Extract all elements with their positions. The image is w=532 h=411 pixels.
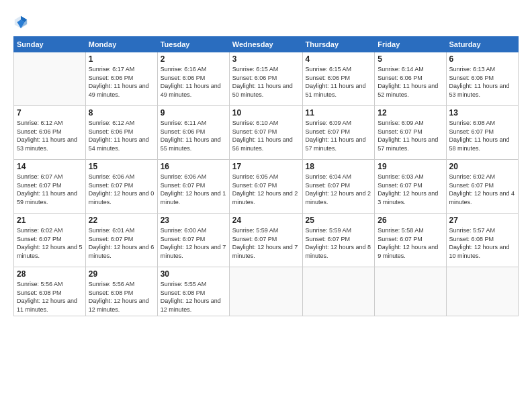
calendar-cell: 6Sunrise: 6:13 AM Sunset: 6:06 PM Daylig…	[446, 52, 518, 106]
calendar-cell: 13Sunrise: 6:08 AM Sunset: 6:07 PM Dayli…	[446, 106, 518, 160]
calendar-cell: 24Sunrise: 5:59 AM Sunset: 6:07 PM Dayli…	[229, 214, 302, 267]
day-info: Sunrise: 6:16 AM Sunset: 6:06 PM Dayligh…	[161, 65, 226, 99]
day-info: Sunrise: 6:08 AM Sunset: 6:07 PM Dayligh…	[449, 119, 515, 152]
calendar-cell: 25Sunrise: 5:59 AM Sunset: 6:07 PM Dayli…	[302, 214, 375, 267]
day-number: 12	[378, 108, 443, 118]
day-number: 3	[232, 54, 300, 64]
calendar-cell	[375, 267, 446, 316]
calendar-cell: 19Sunrise: 6:03 AM Sunset: 6:07 PM Dayli…	[375, 160, 446, 214]
day-number: 16	[161, 162, 226, 171]
calendar-cell: 14Sunrise: 6:07 AM Sunset: 6:07 PM Dayli…	[14, 160, 86, 214]
day-number: 25	[306, 216, 372, 225]
calendar-cell: 23Sunrise: 6:00 AM Sunset: 6:07 PM Dayli…	[157, 214, 229, 267]
weekday-header: Monday	[85, 37, 157, 52]
day-number: 13	[449, 108, 515, 118]
calendar-cell: 5Sunrise: 6:14 AM Sunset: 6:06 PM Daylig…	[375, 52, 446, 106]
day-info: Sunrise: 5:58 AM Sunset: 6:07 PM Dayligh…	[378, 226, 443, 260]
calendar-cell	[446, 267, 518, 316]
day-number: 28	[17, 269, 83, 279]
day-info: Sunrise: 6:04 AM Sunset: 6:07 PM Dayligh…	[306, 173, 372, 206]
day-info: Sunrise: 5:59 AM Sunset: 6:07 PM Dayligh…	[306, 226, 372, 260]
day-number: 17	[232, 162, 300, 171]
weekday-header: Wednesday	[229, 37, 302, 52]
day-info: Sunrise: 6:01 AM Sunset: 6:07 PM Dayligh…	[89, 226, 154, 260]
day-number: 1	[89, 54, 154, 64]
day-info: Sunrise: 6:12 AM Sunset: 6:06 PM Dayligh…	[89, 119, 154, 152]
day-number: 8	[89, 108, 154, 118]
day-number: 4	[306, 54, 372, 64]
calendar-cell: 21Sunrise: 6:02 AM Sunset: 6:07 PM Dayli…	[14, 214, 86, 267]
day-info: Sunrise: 5:56 AM Sunset: 6:08 PM Dayligh…	[17, 280, 83, 314]
calendar-cell: 17Sunrise: 6:05 AM Sunset: 6:07 PM Dayli…	[229, 160, 302, 214]
day-number: 26	[378, 216, 443, 225]
day-info: Sunrise: 6:06 AM Sunset: 6:07 PM Dayligh…	[161, 173, 226, 206]
day-number: 22	[89, 216, 154, 225]
day-number: 2	[161, 54, 226, 64]
calendar-cell: 15Sunrise: 6:06 AM Sunset: 6:07 PM Dayli…	[85, 160, 157, 214]
weekday-header: Sunday	[14, 37, 86, 52]
day-info: Sunrise: 6:06 AM Sunset: 6:07 PM Dayligh…	[89, 173, 154, 206]
logo-icon	[13, 15, 28, 30]
calendar-cell: 11Sunrise: 6:09 AM Sunset: 6:07 PM Dayli…	[302, 106, 375, 160]
day-number: 7	[17, 108, 83, 118]
day-info: Sunrise: 6:17 AM Sunset: 6:06 PM Dayligh…	[89, 65, 154, 99]
calendar-cell: 8Sunrise: 6:12 AM Sunset: 6:06 PM Daylig…	[85, 106, 157, 160]
day-info: Sunrise: 5:59 AM Sunset: 6:07 PM Dayligh…	[232, 226, 300, 260]
day-info: Sunrise: 6:12 AM Sunset: 6:06 PM Dayligh…	[17, 119, 83, 152]
calendar-cell: 28Sunrise: 5:56 AM Sunset: 6:08 PM Dayli…	[14, 267, 86, 316]
weekday-header: Saturday	[446, 37, 518, 52]
day-number: 5	[378, 54, 443, 64]
day-info: Sunrise: 6:11 AM Sunset: 6:06 PM Dayligh…	[161, 119, 226, 152]
day-info: Sunrise: 5:57 AM Sunset: 6:08 PM Dayligh…	[449, 226, 515, 260]
calendar-cell: 9Sunrise: 6:11 AM Sunset: 6:06 PM Daylig…	[157, 106, 229, 160]
day-info: Sunrise: 6:09 AM Sunset: 6:07 PM Dayligh…	[306, 119, 372, 152]
day-info: Sunrise: 6:14 AM Sunset: 6:06 PM Dayligh…	[378, 65, 443, 99]
calendar-week-row: 7Sunrise: 6:12 AM Sunset: 6:06 PM Daylig…	[14, 106, 519, 160]
day-info: Sunrise: 6:09 AM Sunset: 6:07 PM Dayligh…	[378, 119, 443, 152]
calendar-cell: 30Sunrise: 5:55 AM Sunset: 6:08 PM Dayli…	[157, 267, 229, 316]
day-info: Sunrise: 6:15 AM Sunset: 6:06 PM Dayligh…	[306, 65, 372, 99]
page: SundayMondayTuesdayWednesdayThursdayFrid…	[0, 0, 532, 411]
header	[13, 12, 519, 30]
logo	[13, 12, 31, 30]
day-number: 11	[306, 108, 372, 118]
day-info: Sunrise: 6:02 AM Sunset: 6:07 PM Dayligh…	[449, 173, 515, 206]
day-info: Sunrise: 6:13 AM Sunset: 6:06 PM Dayligh…	[449, 65, 515, 99]
day-number: 24	[232, 216, 300, 225]
day-info: Sunrise: 6:03 AM Sunset: 6:07 PM Dayligh…	[378, 173, 443, 206]
day-info: Sunrise: 6:10 AM Sunset: 6:07 PM Dayligh…	[232, 119, 300, 152]
day-number: 14	[17, 162, 83, 171]
day-number: 10	[232, 108, 300, 118]
day-number: 15	[89, 162, 154, 171]
day-number: 18	[306, 162, 372, 171]
day-info: Sunrise: 6:00 AM Sunset: 6:07 PM Dayligh…	[161, 226, 226, 260]
calendar-cell: 27Sunrise: 5:57 AM Sunset: 6:08 PM Dayli…	[446, 214, 518, 267]
day-number: 20	[449, 162, 515, 171]
calendar-cell: 12Sunrise: 6:09 AM Sunset: 6:07 PM Dayli…	[375, 106, 446, 160]
calendar-cell	[14, 52, 86, 106]
weekday-header: Tuesday	[157, 37, 229, 52]
day-info: Sunrise: 6:07 AM Sunset: 6:07 PM Dayligh…	[17, 173, 83, 206]
day-number: 6	[449, 54, 515, 64]
day-number: 19	[378, 162, 443, 171]
calendar-week-row: 1Sunrise: 6:17 AM Sunset: 6:06 PM Daylig…	[14, 52, 519, 106]
day-number: 23	[161, 216, 226, 225]
calendar-cell: 18Sunrise: 6:04 AM Sunset: 6:07 PM Dayli…	[302, 160, 375, 214]
calendar-week-row: 21Sunrise: 6:02 AM Sunset: 6:07 PM Dayli…	[14, 214, 519, 267]
calendar-cell: 10Sunrise: 6:10 AM Sunset: 6:07 PM Dayli…	[229, 106, 302, 160]
calendar-cell: 22Sunrise: 6:01 AM Sunset: 6:07 PM Dayli…	[85, 214, 157, 267]
weekday-header-row: SundayMondayTuesdayWednesdayThursdayFrid…	[14, 37, 519, 52]
calendar-cell: 16Sunrise: 6:06 AM Sunset: 6:07 PM Dayli…	[157, 160, 229, 214]
calendar-cell: 26Sunrise: 5:58 AM Sunset: 6:07 PM Dayli…	[375, 214, 446, 267]
day-number: 21	[17, 216, 83, 225]
calendar-cell: 1Sunrise: 6:17 AM Sunset: 6:06 PM Daylig…	[85, 52, 157, 106]
day-info: Sunrise: 5:55 AM Sunset: 6:08 PM Dayligh…	[161, 280, 226, 314]
day-info: Sunrise: 6:02 AM Sunset: 6:07 PM Dayligh…	[17, 226, 83, 260]
calendar-cell: 20Sunrise: 6:02 AM Sunset: 6:07 PM Dayli…	[446, 160, 518, 214]
calendar-cell	[229, 267, 302, 316]
calendar-week-row: 28Sunrise: 5:56 AM Sunset: 6:08 PM Dayli…	[14, 267, 519, 316]
calendar-cell: 29Sunrise: 5:56 AM Sunset: 6:08 PM Dayli…	[85, 267, 157, 316]
calendar-week-row: 14Sunrise: 6:07 AM Sunset: 6:07 PM Dayli…	[14, 160, 519, 214]
calendar-cell	[302, 267, 375, 316]
calendar-cell: 4Sunrise: 6:15 AM Sunset: 6:06 PM Daylig…	[302, 52, 375, 106]
